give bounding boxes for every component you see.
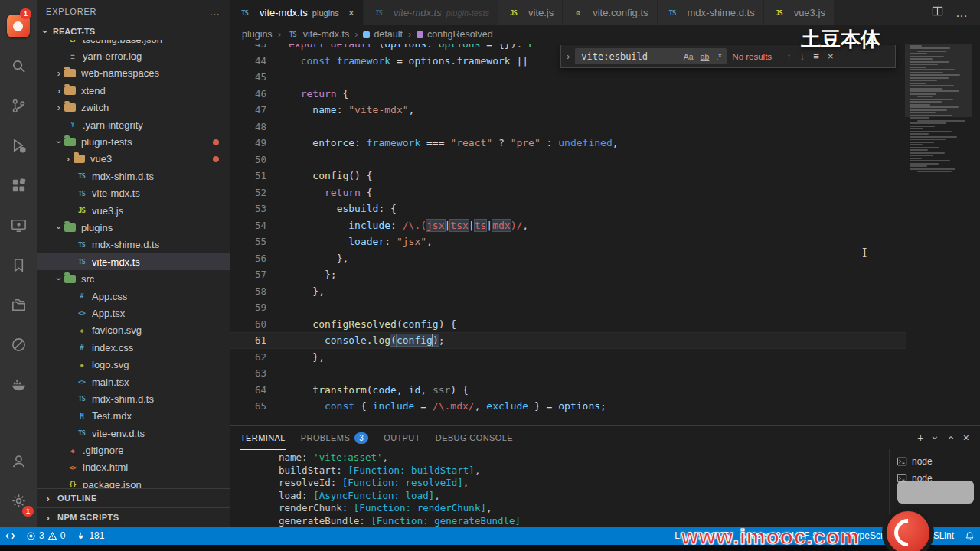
code-line-56[interactable]: 56 },	[230, 250, 906, 267]
tree-item-mdx-shim-d-ts[interactable]: TSmdx-shim.d.ts	[37, 390, 230, 407]
status-item-remote[interactable]	[0, 527, 21, 545]
activity-item-bookmarks[interactable]	[0, 245, 37, 285]
close-panel-icon[interactable]: ×	[963, 432, 969, 444]
tree-item-yarn-error-log[interactable]: ≡yarn-error.log	[37, 47, 230, 64]
chevron-down-icon[interactable]: ›	[930, 436, 942, 440]
minimap-slider[interactable]	[905, 44, 974, 117]
panel-tab-debug-console[interactable]: DEBUG CONSOLE	[436, 426, 513, 450]
code-line-57[interactable]: 57 };	[230, 266, 906, 283]
code-line-45[interactable]: 45	[230, 69, 906, 86]
tree-item-src[interactable]: ›src	[37, 270, 230, 287]
code-line-55[interactable]: 55 loader: "jsx",	[230, 233, 906, 250]
tree-item--yarn-integrity[interactable]: Y.yarn-integrity	[37, 116, 230, 133]
tree-item-vite-mdx-ts[interactable]: TSvite-mdx.ts	[37, 253, 230, 270]
tree-item-xtend[interactable]: ›xtend	[37, 82, 230, 99]
panel-tab-output[interactable]: OUTPUT	[384, 426, 420, 450]
find-expand-toggle[interactable]: ›	[567, 51, 570, 62]
code-line-50[interactable]: 50	[230, 152, 906, 168]
new-terminal-icon[interactable]: +	[917, 432, 923, 444]
panel-tab-terminal[interactable]: TERMINAL	[240, 426, 286, 450]
editor-tab-vue3-js[interactable]: JSvue3.js	[764, 0, 835, 25]
code-token: ) {	[439, 318, 456, 330]
code-line-59[interactable]: 59	[230, 299, 906, 316]
activity-item-project-folders[interactable]	[0, 285, 37, 324]
code-line-51[interactable]: 51 config() {	[230, 168, 906, 184]
editor-tab-mdx-shime-d-ts[interactable]: TSmdx-shime.d.ts	[658, 0, 764, 25]
editor-tab-vite-mdx-ts[interactable]: TSvite-mdx.tsplugins×	[230, 0, 364, 25]
tree-item-plugin-tests[interactable]: ›plugin-tests	[37, 133, 230, 150]
tree-item-index-css[interactable]: #index.css	[37, 339, 230, 356]
close-icon[interactable]: ×	[348, 7, 354, 19]
code-line-58[interactable]: 58 },	[230, 283, 906, 300]
status-item-bell[interactable]	[959, 527, 980, 545]
activity-item-remote-screen[interactable]	[0, 205, 37, 245]
maximize-panel-icon[interactable]: ›	[944, 436, 956, 440]
root-folder-header[interactable]: › REACT-TS	[37, 23, 230, 40]
activity-item-docker[interactable]	[0, 364, 37, 404]
editor-tab-vite-mdx-ts[interactable]: TSvite-mdx.tsplugin-tests	[364, 0, 498, 25]
tree-item-mdx-shim-d-ts[interactable]: TSmdx-shim.d.ts	[37, 168, 230, 184]
code-line-49[interactable]: 49 enforce: framework === "react" ? "pre…	[230, 135, 906, 152]
code-line-64[interactable]: 64 transform(code, id, ssr) {	[230, 382, 906, 399]
minimap[interactable]	[906, 44, 972, 425]
tree-item-plugins[interactable]: ›plugins	[37, 219, 230, 236]
editor-tab-vite-js[interactable]: JSvite.js	[498, 0, 563, 25]
tree-item-tsconfig-base-json[interactable]: {}tsconfig.base.json	[37, 40, 230, 47]
split-editor-icon[interactable]	[932, 5, 943, 20]
terminal-instance[interactable]: node	[890, 453, 980, 470]
regex-toggle[interactable]: .*	[714, 51, 724, 62]
code-line-54[interactable]: 54 include: /\.(jsx|tsx|ts|mdx)/,	[230, 217, 906, 234]
outline-section-header[interactable]: › OUTLINE	[37, 488, 230, 507]
code-line-53[interactable]: 53 esbuild: {	[230, 201, 906, 217]
activity-item-settings[interactable]: 1	[0, 481, 37, 520]
tree-item-vite-mdx-ts[interactable]: TSvite-mdx.ts	[37, 185, 230, 202]
tree-item--gitignore[interactable]: ◆.gitignore	[37, 442, 230, 458]
breadcrumb-item-vite-mdx.ts[interactable]: TSvite-mdx.ts	[286, 29, 349, 40]
tree-item-index-html[interactable]: <>index.html	[37, 459, 230, 476]
tree-item-vue3-js[interactable]: JSvue3.js	[37, 202, 230, 219]
code-line-65[interactable]: 65 const { include = /\.mdx/, exclude } …	[230, 398, 906, 415]
activity-item-search[interactable]	[0, 46, 37, 86]
activity-item-circle-slash[interactable]	[0, 324, 37, 364]
activity-item-source-control[interactable]	[0, 86, 37, 126]
code-line-47[interactable]: 47 name: "vite-mdx",	[230, 102, 906, 119]
code-line-61[interactable]: 61 console.log(config);	[230, 332, 906, 349]
match-case-toggle[interactable]: Aa	[681, 51, 696, 62]
tree-item-vue3[interactable]: ›vue3	[37, 151, 230, 168]
more-actions-icon[interactable]: …	[956, 6, 968, 20]
tree-item-test-mdx[interactable]: MTest.mdx	[37, 408, 230, 425]
status-item-error[interactable]: 30	[21, 527, 70, 545]
tree-item-logo-svg[interactable]: ◈logo.svg	[37, 356, 230, 373]
code-line-52[interactable]: 52 return {	[230, 184, 906, 201]
tree-item-main-tsx[interactable]: <>main.tsx	[37, 373, 230, 390]
code-line-62[interactable]: 62 },	[230, 349, 906, 366]
tree-item-mdx-shime-d-ts[interactable]: TSmdx-shime.d.ts	[37, 236, 230, 253]
activity-item-app-logo[interactable]: 1	[0, 6, 37, 46]
breadcrumb-item-default[interactable]: default	[363, 29, 403, 40]
tree-item-web-namespaces[interactable]: ›web-namespaces	[37, 65, 230, 82]
find-previous-button[interactable]: ↑	[785, 50, 793, 63]
code-line-60[interactable]: 60 configResolved(config) {	[230, 316, 906, 333]
tree-item-favicon-svg[interactable]: ◈favicon.svg	[37, 322, 230, 339]
tree-item-app-tsx[interactable]: <>App.tsx	[37, 305, 230, 321]
activity-item-account[interactable]	[0, 441, 37, 481]
status-item-flame[interactable]: 181	[70, 527, 109, 545]
code-editor[interactable]: 43export default (options: Options = {})…	[230, 44, 980, 425]
activity-item-run-debug[interactable]	[0, 126, 37, 165]
tree-item-app-css[interactable]: #App.css	[37, 288, 230, 305]
editor-tab-vite-config-ts[interactable]: ⚙vite.config.ts	[563, 0, 657, 25]
activity-item-extensions[interactable]	[0, 165, 37, 205]
code-line-46[interactable]: 46 return {	[230, 86, 906, 103]
tree-item-zwitch[interactable]: ›zwitch	[37, 99, 230, 116]
terminal-output[interactable]: name: 'vite:asset',buildStart: [Function…	[230, 449, 889, 527]
find-input[interactable]: vite:esbuild Aa ab .*	[575, 48, 727, 64]
more-actions-icon[interactable]: …	[209, 5, 220, 18]
whole-word-toggle[interactable]: ab	[698, 51, 712, 62]
breadcrumb-item-configResolved[interactable]: configResolved	[416, 29, 492, 40]
npm-scripts-section-header[interactable]: › NPM SCRIPTS	[37, 507, 230, 527]
breadcrumb-item-plugins[interactable]: plugins	[242, 29, 273, 40]
code-line-63[interactable]: 63	[230, 365, 906, 382]
panel-tab-problems[interactable]: PROBLEMS3	[301, 426, 368, 450]
code-line-48[interactable]: 48	[230, 119, 906, 135]
tree-item-vite-env-d-ts[interactable]: TSvite-env.d.ts	[37, 425, 230, 442]
